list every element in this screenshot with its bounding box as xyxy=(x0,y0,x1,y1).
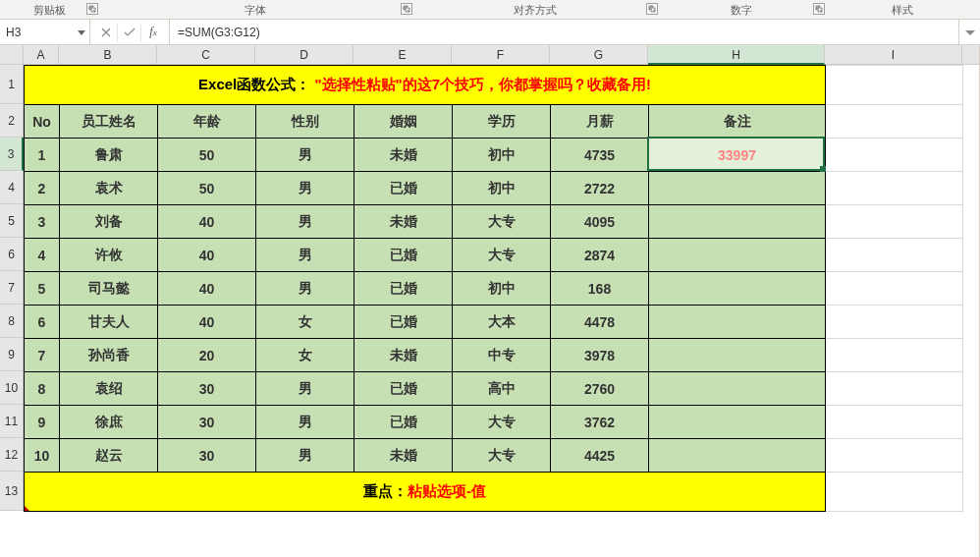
table-cell[interactable]: 大专 xyxy=(453,439,551,473)
table-cell[interactable]: 4 xyxy=(25,239,60,272)
table-cell[interactable]: 1 xyxy=(25,139,60,172)
row-header[interactable]: 3 xyxy=(0,138,24,171)
table-cell[interactable]: 50 xyxy=(158,139,256,172)
table-cell[interactable]: 大专 xyxy=(453,406,551,439)
table-cell[interactable]: 未婚 xyxy=(354,339,453,372)
remark-cell[interactable] xyxy=(649,406,826,439)
table-cell[interactable]: 大专 xyxy=(453,239,551,272)
table-cell[interactable]: 已婚 xyxy=(354,172,453,205)
table-cell[interactable]: 女 xyxy=(256,339,354,372)
remark-cell[interactable] xyxy=(649,239,826,272)
table-cell[interactable]: 已婚 xyxy=(354,306,453,339)
table-cell[interactable]: 高中 xyxy=(453,372,551,406)
table-cell[interactable]: 初中 xyxy=(453,272,551,306)
spreadsheet-grid[interactable]: ABCDEFGHI 12345678910111213 Excel函数公式： "… xyxy=(0,45,980,557)
table-cell[interactable]: 40 xyxy=(158,272,256,306)
table-cell[interactable]: 40 xyxy=(158,239,256,272)
column-header[interactable]: A xyxy=(24,45,59,65)
select-all-corner[interactable] xyxy=(0,45,24,65)
table-cell[interactable]: 男 xyxy=(256,272,354,306)
formula-input[interactable]: =SUM(G3:G12) xyxy=(170,20,958,44)
dialog-launcher-icon[interactable] xyxy=(646,3,658,15)
column-header[interactable]: E xyxy=(354,45,452,65)
table-header-cell[interactable]: 婚姻 xyxy=(354,105,453,139)
table-cell[interactable]: 已婚 xyxy=(354,406,453,439)
table-cell[interactable]: 30 xyxy=(158,406,256,439)
row-header[interactable]: 6 xyxy=(0,238,24,271)
remark-cell[interactable] xyxy=(649,205,826,239)
row-header[interactable]: 2 xyxy=(0,104,24,138)
table-cell[interactable]: 孙尚香 xyxy=(60,339,158,372)
remark-cell[interactable] xyxy=(649,272,826,306)
dialog-launcher-icon[interactable] xyxy=(813,3,825,15)
row-header[interactable]: 4 xyxy=(0,171,24,204)
table-cell[interactable]: 3 xyxy=(25,205,60,239)
table-cell[interactable]: 未婚 xyxy=(354,139,453,172)
table-cell[interactable]: 2874 xyxy=(551,239,649,272)
row-header[interactable]: 11 xyxy=(0,405,24,438)
table-cell[interactable]: 男 xyxy=(256,372,354,406)
table-cell[interactable]: 男 xyxy=(256,406,354,439)
table-cell[interactable]: 30 xyxy=(158,372,256,406)
table-cell[interactable]: 2760 xyxy=(551,372,649,406)
table-cell[interactable]: 已婚 xyxy=(354,372,453,406)
table-cell[interactable]: 6 xyxy=(25,306,60,339)
remark-cell[interactable] xyxy=(649,339,826,372)
table-cell[interactable]: 2 xyxy=(25,172,60,205)
table-cell[interactable]: 4425 xyxy=(551,439,649,473)
table-cell[interactable]: 许攸 xyxy=(60,239,158,272)
table-cell[interactable]: 女 xyxy=(256,306,354,339)
column-header[interactable]: I xyxy=(825,45,962,65)
table-cell[interactable]: 50 xyxy=(158,172,256,205)
table-cell[interactable]: 赵云 xyxy=(60,439,158,473)
table-cell[interactable]: 已婚 xyxy=(354,272,453,306)
row-header[interactable]: 1 xyxy=(0,65,24,104)
row-header[interactable]: 13 xyxy=(0,472,24,511)
remark-cell[interactable] xyxy=(649,172,826,205)
row-header[interactable]: 9 xyxy=(0,338,24,371)
remark-cell[interactable] xyxy=(649,372,826,406)
table-cell[interactable]: 袁绍 xyxy=(60,372,158,406)
enter-icon[interactable] xyxy=(118,23,141,42)
table-header-cell[interactable]: No xyxy=(25,105,60,139)
table-cell[interactable]: 鲁肃 xyxy=(60,139,158,172)
row-header[interactable]: 8 xyxy=(0,305,24,338)
table-cell[interactable]: 男 xyxy=(256,172,354,205)
table-cell[interactable]: 未婚 xyxy=(354,205,453,239)
table-cell[interactable]: 未婚 xyxy=(354,439,453,473)
table-cell[interactable]: 8 xyxy=(25,372,60,406)
table-cell[interactable]: 5 xyxy=(25,272,60,306)
table-cell[interactable]: 大专 xyxy=(453,205,551,239)
column-header[interactable]: C xyxy=(157,45,255,65)
row-header[interactable]: 12 xyxy=(0,438,24,472)
column-header[interactable]: G xyxy=(550,45,648,65)
column-header[interactable]: F xyxy=(452,45,550,65)
table-cell[interactable]: 168 xyxy=(551,272,649,306)
table-cell[interactable]: 3762 xyxy=(551,406,649,439)
table-cell[interactable]: 2722 xyxy=(551,172,649,205)
table-header-cell[interactable]: 员工姓名 xyxy=(60,105,158,139)
table-cell[interactable]: 9 xyxy=(25,406,60,439)
table-header-cell[interactable]: 性别 xyxy=(256,105,354,139)
remark-cell[interactable] xyxy=(649,439,826,473)
table-cell[interactable]: 刘备 xyxy=(60,205,158,239)
table-cell[interactable]: 10 xyxy=(25,439,60,473)
table-cell[interactable]: 男 xyxy=(256,139,354,172)
table-cell[interactable]: 20 xyxy=(158,339,256,372)
table-cell[interactable]: 司马懿 xyxy=(60,272,158,306)
row-header[interactable]: 10 xyxy=(0,371,24,405)
table-cell[interactable]: 4735 xyxy=(551,139,649,172)
table-cell[interactable]: 40 xyxy=(158,306,256,339)
cancel-icon[interactable] xyxy=(94,23,118,42)
table-header-cell[interactable]: 年龄 xyxy=(158,105,256,139)
name-box[interactable]: H3 xyxy=(0,20,90,44)
row-header[interactable]: 7 xyxy=(0,271,24,305)
remark-cell[interactable]: 33997 xyxy=(649,139,826,172)
table-cell[interactable]: 30 xyxy=(158,439,256,473)
table-cell[interactable]: 中专 xyxy=(453,339,551,372)
table-cell[interactable]: 男 xyxy=(256,439,354,473)
column-header[interactable]: H xyxy=(648,45,825,65)
dialog-launcher-icon[interactable] xyxy=(86,3,98,15)
footer-cell[interactable]: 重点：粘贴选项-值 xyxy=(25,473,826,512)
table-cell[interactable]: 4095 xyxy=(551,205,649,239)
